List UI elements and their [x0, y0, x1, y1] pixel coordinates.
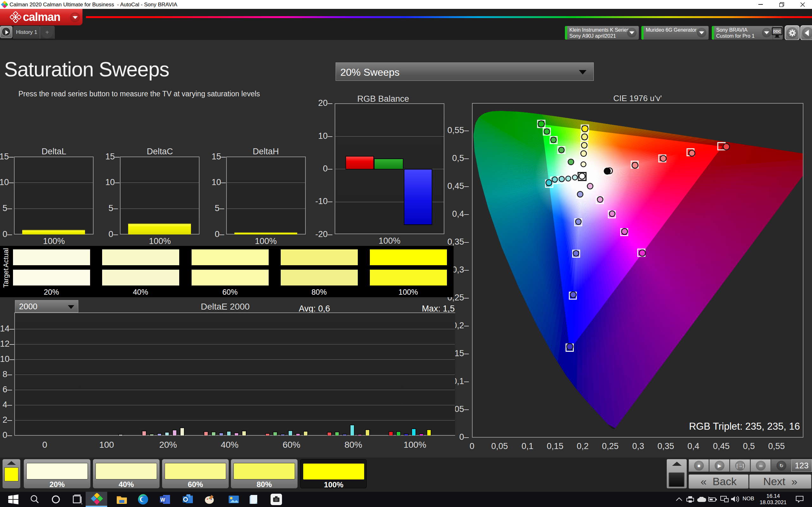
svg-text:W: W [160, 497, 165, 503]
svg-text:DDC: DDC [773, 30, 781, 33]
